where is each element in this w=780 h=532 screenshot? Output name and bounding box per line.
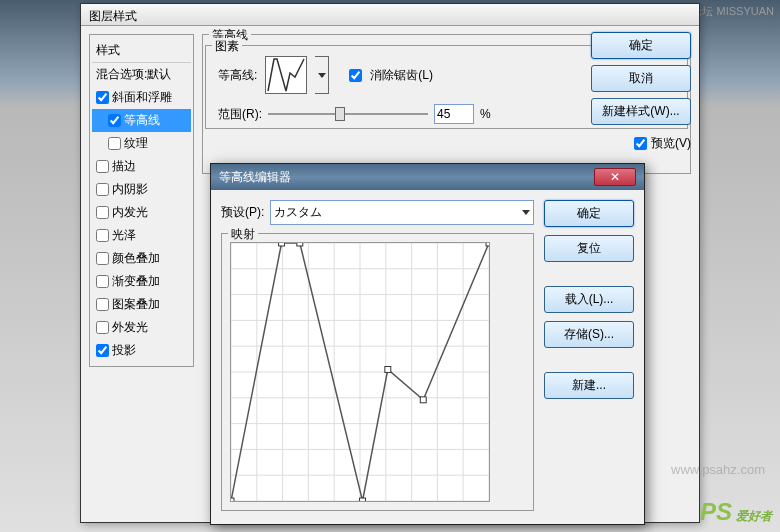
style-item-10[interactable]: 外发光 xyxy=(92,316,191,339)
style-item-0[interactable]: 斜面和浮雕 xyxy=(92,86,191,109)
style-checkbox[interactable] xyxy=(96,229,109,242)
antialias-label: 消除锯齿(L) xyxy=(370,67,433,84)
range-slider[interactable] xyxy=(268,105,428,123)
close-button[interactable]: ✕ xyxy=(594,168,636,186)
editor-ok-button[interactable]: 确定 xyxy=(544,200,634,227)
main-title: 图层样式 xyxy=(89,9,137,23)
preview-checkbox[interactable] xyxy=(634,137,647,150)
editor-reset-button[interactable]: 复位 xyxy=(544,235,634,262)
styles-list: 样式 混合选项:默认 斜面和浮雕等高线纹理描边内阴影内发光光泽颜色叠加渐变叠加图… xyxy=(89,34,194,367)
main-titlebar[interactable]: 图层样式 xyxy=(81,4,699,26)
style-label: 图案叠加 xyxy=(112,296,160,313)
svg-rect-29 xyxy=(420,397,426,403)
preview-label: 预览(V) xyxy=(651,135,691,152)
style-item-1[interactable]: 等高线 xyxy=(92,109,191,132)
svg-rect-27 xyxy=(360,498,366,501)
style-checkbox[interactable] xyxy=(96,160,109,173)
watermark-url: www.psahz.com xyxy=(671,462,765,477)
map-label: 映射 xyxy=(228,226,258,243)
svg-rect-24 xyxy=(231,498,234,501)
editor-titlebar[interactable]: 等高线编辑器 ✕ xyxy=(211,164,644,190)
preset-value: カスタム xyxy=(274,204,322,221)
editor-save-button[interactable]: 存储(S)... xyxy=(544,321,634,348)
svg-rect-25 xyxy=(279,243,285,246)
cancel-button[interactable]: 取消 xyxy=(591,65,691,92)
style-label: 描边 xyxy=(112,158,136,175)
style-item-8[interactable]: 渐变叠加 xyxy=(92,270,191,293)
style-label: 光泽 xyxy=(112,227,136,244)
range-label: 范围(R): xyxy=(218,106,262,123)
mapping-group: 映射 xyxy=(221,233,534,511)
style-checkbox[interactable] xyxy=(96,298,109,311)
close-icon: ✕ xyxy=(610,170,620,184)
style-checkbox[interactable] xyxy=(96,91,109,104)
style-label: 投影 xyxy=(112,342,136,359)
slider-thumb[interactable] xyxy=(335,107,345,121)
style-label: 等高线 xyxy=(124,112,160,129)
style-label: 渐变叠加 xyxy=(112,273,160,290)
style-checkbox[interactable] xyxy=(96,275,109,288)
contour-label: 等高线: xyxy=(218,67,257,84)
style-item-11[interactable]: 投影 xyxy=(92,339,191,362)
svg-rect-26 xyxy=(297,243,303,246)
style-item-3[interactable]: 描边 xyxy=(92,155,191,178)
svg-rect-28 xyxy=(385,366,391,372)
style-label: 内发光 xyxy=(112,204,148,221)
preset-select[interactable]: カスタム xyxy=(270,200,534,225)
style-item-4[interactable]: 内阴影 xyxy=(92,178,191,201)
style-label: 外发光 xyxy=(112,319,148,336)
svg-rect-30 xyxy=(486,243,489,246)
editor-new-button[interactable]: 新建... xyxy=(544,372,634,399)
contour-dropdown[interactable] xyxy=(315,56,329,94)
ok-button[interactable]: 确定 xyxy=(591,32,691,59)
style-item-9[interactable]: 图案叠加 xyxy=(92,293,191,316)
styles-header[interactable]: 样式 xyxy=(92,39,191,63)
style-item-6[interactable]: 光泽 xyxy=(92,224,191,247)
style-item-7[interactable]: 颜色叠加 xyxy=(92,247,191,270)
style-label: 纹理 xyxy=(124,135,148,152)
preset-label: 预设(P): xyxy=(221,204,264,221)
contour-picker[interactable] xyxy=(265,56,307,94)
style-checkbox[interactable] xyxy=(96,321,109,334)
range-input[interactable] xyxy=(434,104,474,124)
curve-editor[interactable] xyxy=(230,242,490,502)
blend-options-item[interactable]: 混合选项:默认 xyxy=(92,63,191,86)
style-item-2[interactable]: 纹理 xyxy=(92,132,191,155)
svg-marker-1 xyxy=(522,210,530,215)
style-label: 斜面和浮雕 xyxy=(112,89,172,106)
style-checkbox[interactable] xyxy=(108,137,121,150)
style-checkbox[interactable] xyxy=(96,206,109,219)
editor-load-button[interactable]: 载入(L)... xyxy=(544,286,634,313)
style-label: 颜色叠加 xyxy=(112,250,160,267)
contour-editor-dialog: 等高线编辑器 ✕ 预设(P): カスタム 映射 确定 复位 xyxy=(210,163,645,525)
chevron-down-icon xyxy=(522,210,530,215)
style-item-5[interactable]: 内发光 xyxy=(92,201,191,224)
svg-marker-0 xyxy=(318,73,326,78)
watermark-logo: PS爱好者 xyxy=(700,498,772,526)
style-label: 内阴影 xyxy=(112,181,148,198)
style-checkbox[interactable] xyxy=(96,344,109,357)
editor-title: 等高线编辑器 xyxy=(219,169,291,186)
style-checkbox[interactable] xyxy=(108,114,121,127)
group-title: 图素 xyxy=(212,38,242,55)
range-unit: % xyxy=(480,107,491,121)
new-style-button[interactable]: 新建样式(W)... xyxy=(591,98,691,125)
style-checkbox[interactable] xyxy=(96,183,109,196)
antialias-checkbox[interactable] xyxy=(349,69,362,82)
style-checkbox[interactable] xyxy=(96,252,109,265)
chevron-down-icon xyxy=(318,73,326,78)
